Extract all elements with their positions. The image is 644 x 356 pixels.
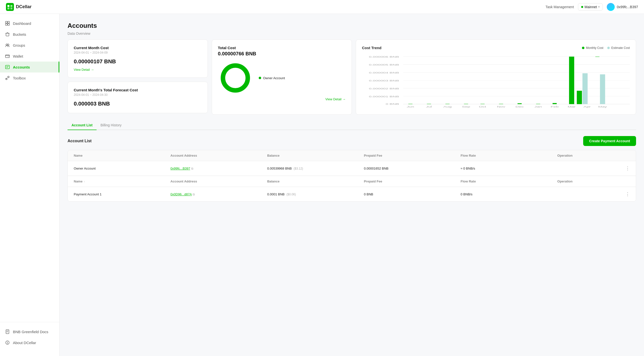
logo-icon xyxy=(6,3,14,11)
sidebar-item-wallet[interactable]: Wallet xyxy=(0,51,59,62)
total-cost-view-detail[interactable]: View Detail → xyxy=(218,97,346,101)
wallet-address-button[interactable]: 0x99fc...B397 xyxy=(607,3,638,11)
current-month-cost-title: Current Month Cost xyxy=(74,46,202,50)
account-list-section-header: Account List Create Payment Account xyxy=(68,136,636,146)
total-cost-value: 0.00000766 BNB xyxy=(218,51,346,56)
sidebar-about-label: About DCellar xyxy=(13,340,36,345)
row1-flowrate: ≈ 0 BNB/s xyxy=(460,166,557,170)
legend-dot xyxy=(259,77,261,79)
row2-balance-usd: ($0.06) xyxy=(286,193,296,196)
view-detail-link[interactable]: View Detail → xyxy=(74,68,202,72)
network-status-dot xyxy=(581,6,583,8)
toolbox-icon xyxy=(5,76,10,80)
total-cost-title: Total Cost xyxy=(218,46,346,50)
network-label: Mainnet xyxy=(585,5,597,9)
sidebar-item-accounts[interactable]: Accounts xyxy=(0,62,59,72)
svg-rect-37 xyxy=(499,104,503,104)
svg-rect-11 xyxy=(6,55,10,58)
legend-estimate-dot xyxy=(607,47,610,49)
dashboard-icon xyxy=(5,21,10,26)
tab-account-list[interactable]: Account List xyxy=(68,121,96,130)
svg-rect-41 xyxy=(569,56,574,104)
svg-rect-43 xyxy=(582,73,588,104)
logo: DCellar xyxy=(6,3,32,11)
sidebar-groups-label: Groups xyxy=(13,43,25,48)
svg-rect-12 xyxy=(6,65,10,69)
tab-billing-history[interactable]: Billing History xyxy=(96,121,126,130)
svg-text:0.000005 BNB: 0.000005 BNB xyxy=(369,63,399,66)
forecast-cost-value: 0.000003 BNB xyxy=(74,100,202,107)
col-subheader-operation: Operation xyxy=(557,180,630,183)
svg-point-17 xyxy=(223,66,248,90)
svg-text:0.000001 BNB: 0.000001 BNB xyxy=(369,95,399,98)
svg-text:Jun: Jun xyxy=(407,105,414,108)
left-cards: Current Month Cost 2024-04-01 ~ 2024-04-… xyxy=(68,40,208,115)
sidebar-dashboard-label: Dashboard xyxy=(13,21,31,26)
legend-monthly-label: Monthly Cost xyxy=(586,46,603,50)
cost-trend-card: Cost Trend Monthly Cost Estimate Cost xyxy=(356,40,636,115)
cards-row: Current Month Cost 2024-04-01 ~ 2024-04-… xyxy=(68,40,636,115)
wallet-address-text: 0x99fc...B397 xyxy=(617,5,638,9)
row1-operation-menu[interactable]: ⋮ xyxy=(557,166,630,171)
sidebar-item-about[interactable]: About DCellar xyxy=(0,337,59,348)
sidebar-bottom: BNB Greenfield Docs About DCellar xyxy=(0,322,59,352)
svg-text:May: May xyxy=(598,105,607,108)
svg-rect-34 xyxy=(446,104,450,104)
sidebar-item-toolbox[interactable]: Toolbox xyxy=(0,72,59,84)
row1-address-link[interactable]: 0x99fc...B397 xyxy=(170,166,190,170)
col-header-address: Account Address xyxy=(170,154,268,158)
row2-name: Payment Account 1 xyxy=(74,192,170,196)
svg-text:Aug: Aug xyxy=(444,105,452,108)
chart-title: Cost Trend xyxy=(362,46,381,50)
col-subheader-name[interactable]: Name ↑ xyxy=(74,180,170,183)
account-list-section-title: Account List xyxy=(68,139,92,143)
header-right: Task Management Mainnet ▾ 0x99fc...B397 xyxy=(546,3,638,11)
svg-rect-8 xyxy=(8,24,10,25)
chart-svg: 0.000006 BNB 0.000005 BNB 0.000004 BNB 0… xyxy=(362,54,630,108)
row2-address-link[interactable]: 0x0D96...d87A xyxy=(170,192,192,196)
legend-label: Owner Account xyxy=(263,76,285,80)
create-payment-account-button[interactable]: Create Payment Account xyxy=(583,136,636,146)
svg-rect-5 xyxy=(6,21,7,23)
col-subheader-balance: Balance xyxy=(267,180,364,183)
page-title: Accounts xyxy=(68,22,636,30)
row2-operation-menu[interactable]: ⋮ xyxy=(557,192,630,197)
sidebar-top: Dashboard Buckets Groups xyxy=(0,18,59,322)
logo-text: DCellar xyxy=(16,4,32,10)
col-subheader-address: Account Address xyxy=(170,180,268,183)
svg-rect-1 xyxy=(8,5,10,7)
svg-rect-39 xyxy=(536,104,540,104)
forecast-cost-date: 2024-04-01 ~ 2024-04-30 xyxy=(74,93,202,96)
task-management-link[interactable]: Task Management xyxy=(546,5,574,9)
legend-estimate-entry: Estimate Cost xyxy=(607,46,630,50)
row2-prepaid: 0 BNB xyxy=(364,192,461,196)
svg-rect-32 xyxy=(408,104,412,104)
legend-owner-account: Owner Account xyxy=(259,76,285,80)
chart-legend: Monthly Cost Estimate Cost xyxy=(582,46,630,50)
svg-text:0 BNB: 0 BNB xyxy=(386,102,399,105)
legend-monthly-entry: Monthly Cost xyxy=(582,46,603,50)
row1-address: 0x99fc...B397 ⧉ xyxy=(170,166,268,170)
row1-copy-icon[interactable]: ⧉ xyxy=(191,167,194,170)
col-subheader-flowrate: Flow Rate xyxy=(460,180,557,183)
sidebar: Dashboard Buckets Groups xyxy=(0,14,60,356)
svg-text:0.000003 BNB: 0.000003 BNB xyxy=(369,79,399,82)
row1-prepaid: 0.00001652 BNB xyxy=(364,166,461,170)
sidebar-item-docs[interactable]: BNB Greenfield Docs xyxy=(0,326,59,337)
sidebar-item-groups[interactable]: Groups xyxy=(0,40,59,51)
total-cost-card: Total Cost 0.00000766 BNB Owner Account xyxy=(212,40,352,115)
svg-rect-44 xyxy=(595,56,600,57)
svg-text:Nov: Nov xyxy=(497,105,506,108)
chart-header: Cost Trend Monthly Cost Estimate Cost xyxy=(362,46,630,50)
sidebar-item-dashboard[interactable]: Dashboard xyxy=(0,18,59,29)
svg-text:Oct: Oct xyxy=(479,105,486,108)
col-header-name: Name xyxy=(74,154,170,158)
col-header-flowrate: Flow Rate xyxy=(460,154,557,158)
svg-text:Mar: Mar xyxy=(568,105,576,108)
network-selector[interactable]: Mainnet ▾ xyxy=(578,3,603,11)
donut-row: Owner Account xyxy=(218,60,346,95)
donut-legend: Owner Account xyxy=(259,76,285,80)
row2-copy-icon[interactable]: ⧉ xyxy=(193,193,195,196)
col-header-prepaid: Prepaid Fee xyxy=(364,154,461,158)
sidebar-item-buckets[interactable]: Buckets xyxy=(0,29,59,40)
